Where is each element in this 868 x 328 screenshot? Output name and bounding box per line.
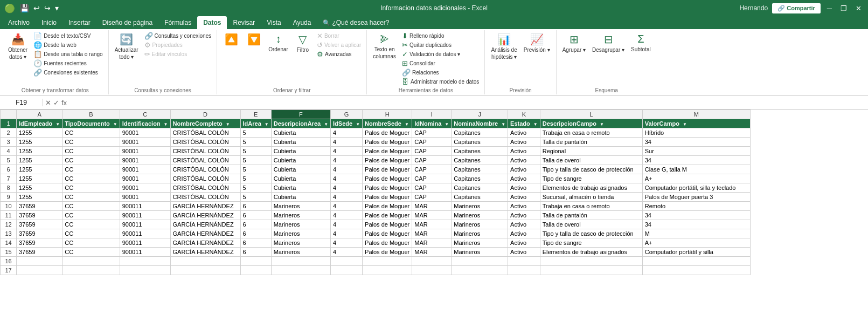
table-cell[interactable]	[412, 266, 452, 275]
table-cell[interactable]: GARCÍA HERNÁNDEZ	[170, 238, 240, 248]
table-cell[interactable]: 90001	[120, 183, 170, 193]
table-cell[interactable]: GARCÍA HERNÁNDEZ	[170, 248, 240, 257]
table-cell[interactable]: Activo	[508, 238, 540, 248]
subtotal-button[interactable]: Σ Subtotal	[628, 31, 654, 54]
table-cell[interactable]: 4	[331, 211, 363, 220]
table-cell[interactable]: 900011	[120, 202, 170, 211]
table-cell[interactable]: CAP	[412, 183, 452, 193]
table-cell[interactable]	[331, 266, 363, 275]
table-cell[interactable]	[540, 257, 642, 266]
editar-vinculos-button[interactable]: ✏ Editar vínculos	[142, 50, 214, 59]
tab-insertar[interactable]: Insertar	[63, 16, 96, 29]
insert-function-icon[interactable]: fx	[61, 99, 67, 107]
sort-desc-button[interactable]: 🔽	[243, 31, 265, 49]
table-cell[interactable]: Activo	[508, 193, 540, 202]
table-cell[interactable]	[363, 266, 412, 275]
table-cell[interactable]: CC	[63, 156, 120, 165]
texto-csv-button[interactable]: 📄 Desde el texto/CSV	[31, 31, 105, 40]
table-cell[interactable]: 1255	[17, 174, 63, 183]
table-cell[interactable]	[63, 257, 120, 266]
table-cell[interactable]: 6	[240, 211, 271, 220]
table-cell[interactable]: 900011	[120, 229, 170, 238]
table-cell[interactable]: 1255	[17, 147, 63, 156]
table-cell[interactable]: Palos de Moguer	[363, 211, 412, 220]
table-cell[interactable]: 90001	[120, 174, 170, 183]
table-cell[interactable]: Capitanes	[452, 156, 508, 165]
table-cell[interactable]: Marineros	[452, 220, 508, 229]
table-cell[interactable]: 4	[331, 193, 363, 202]
table-cell[interactable]: Activo	[508, 183, 540, 193]
col-header-C[interactable]: C	[120, 110, 170, 119]
table-cell[interactable]	[120, 257, 170, 266]
table-cell[interactable]: Activo	[508, 128, 540, 138]
filter-dropdown-icon[interactable]: ▼	[533, 122, 538, 127]
table-cell[interactable]: 4	[331, 220, 363, 229]
table-cell[interactable]: 90001	[120, 193, 170, 202]
table-cell[interactable]: CAP	[412, 156, 452, 165]
table-cell[interactable]	[331, 257, 363, 266]
table-cell[interactable]: Elementos de trabajo asignados	[540, 248, 642, 257]
table-cell[interactable]	[452, 257, 508, 266]
quitar-duplicados-button[interactable]: ✂ Quitar duplicados	[400, 40, 481, 50]
header-cell[interactable]: TipoDocumento▼	[63, 119, 120, 128]
col-header-M[interactable]: M	[642, 110, 750, 119]
tab-search[interactable]: 🔍 ¿Qué desea hacer?	[317, 16, 395, 29]
table-cell[interactable]: 4	[331, 238, 363, 248]
table-cell[interactable]: 37659	[17, 202, 63, 211]
table-cell[interactable]: 900011	[120, 211, 170, 220]
filter-dropdown-icon[interactable]: ▼	[501, 122, 505, 127]
table-cell[interactable]: Activo	[508, 248, 540, 257]
table-cell[interactable]: Marineros	[271, 202, 330, 211]
table-cell[interactable]: Talla de pantalón	[540, 211, 642, 220]
table-cell[interactable]: 900011	[120, 238, 170, 248]
table-cell[interactable]: 37659	[17, 211, 63, 220]
table-cell[interactable]: Palos de Moguer	[363, 183, 412, 193]
filter-dropdown-icon[interactable]: ▼	[324, 122, 328, 127]
table-cell[interactable]: CRISTÓBAL COLÓN	[170, 183, 240, 193]
table-cell[interactable]	[452, 266, 508, 275]
table-cell[interactable]: 6	[240, 238, 271, 248]
table-cell[interactable]: Marineros	[271, 211, 330, 220]
table-cell[interactable]: CRISTÓBAL COLÓN	[170, 165, 240, 174]
table-cell[interactable]: Capitanes	[452, 174, 508, 183]
table-cell[interactable]: CC	[63, 202, 120, 211]
filter-dropdown-icon[interactable]: ▼	[226, 122, 230, 127]
restore-button[interactable]: ❐	[838, 3, 849, 13]
table-cell[interactable]	[271, 257, 330, 266]
table-cell[interactable]	[17, 266, 63, 275]
table-cell[interactable]: MAR	[412, 248, 452, 257]
table-cell[interactable]: 1255	[17, 138, 63, 147]
table-cell[interactable]: 34	[642, 211, 750, 220]
table-cell[interactable]: CRISTÓBAL COLÓN	[170, 193, 240, 202]
header-cell[interactable]: NominaNombre▼	[452, 119, 508, 128]
table-cell[interactable]: 37659	[17, 238, 63, 248]
filter-dropdown-icon[interactable]: ▼	[164, 122, 168, 127]
header-cell[interactable]: IdSede▼	[331, 119, 363, 128]
actualizar-button[interactable]: 🔄 Actualizar todo ▾	[112, 31, 141, 62]
table-cell[interactable]: Capitanes	[452, 128, 508, 138]
table-cell[interactable]: CC	[63, 248, 120, 257]
table-cell[interactable]: Trabaja en casa o remoto	[540, 128, 642, 138]
table-cell[interactable]	[240, 266, 271, 275]
header-cell[interactable]: Identificacion▼	[120, 119, 170, 128]
table-cell[interactable]: 90001	[120, 165, 170, 174]
table-cell[interactable]: Talla de pantalón	[540, 138, 642, 147]
table-cell[interactable]: Cubierta	[271, 138, 330, 147]
table-cell[interactable]	[540, 266, 642, 275]
volver-aplicar-button[interactable]: ↺ Volver a aplicar	[315, 40, 363, 50]
table-cell[interactable]: 6	[240, 202, 271, 211]
filter-dropdown-icon[interactable]: ▼	[113, 122, 117, 127]
header-cell[interactable]: IdEmpleado▼	[17, 119, 63, 128]
table-cell[interactable]: MAR	[412, 202, 452, 211]
table-cell[interactable]: MAR	[412, 238, 452, 248]
table-cell[interactable]: 4	[331, 128, 363, 138]
table-cell[interactable]: 5	[240, 165, 271, 174]
table-cell[interactable]: Palos de Moguer	[363, 165, 412, 174]
table-cell[interactable]: Marineros	[271, 238, 330, 248]
table-cell[interactable]: CRISTÓBAL COLÓN	[170, 138, 240, 147]
table-cell[interactable]: MAR	[412, 220, 452, 229]
table-cell[interactable]: Talla de overol	[540, 156, 642, 165]
col-header-G[interactable]: G	[331, 110, 363, 119]
close-button[interactable]: ✕	[853, 3, 864, 13]
table-cell[interactable]: Talla de overol	[540, 220, 642, 229]
